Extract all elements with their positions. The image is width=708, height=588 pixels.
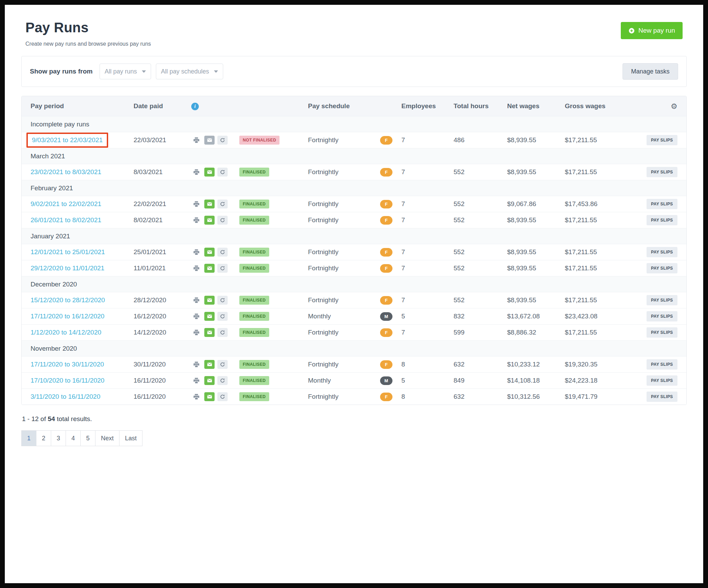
email-icon[interactable]	[204, 360, 215, 369]
pay-period-link[interactable]: 17/11/2020 to 16/12/2020	[31, 313, 104, 320]
col-notifications: i	[191, 102, 239, 110]
pay-slips-button[interactable]: PAY SLIPS	[647, 375, 677, 386]
pay-slips-button[interactable]: PAY SLIPS	[647, 167, 677, 177]
pagination-page-2[interactable]: 2	[36, 430, 51, 446]
info-icon[interactable]: i	[191, 103, 199, 110]
email-icon[interactable]	[204, 216, 215, 225]
pagination-last[interactable]: Last	[119, 430, 142, 446]
pagination-page-3[interactable]: 3	[51, 430, 66, 446]
pay-slips-button[interactable]: PAY SLIPS	[647, 359, 677, 370]
email-icon[interactable]	[204, 392, 215, 401]
schedule-badge-cell: F	[380, 264, 401, 273]
date-paid-cell: 16/11/2020	[134, 393, 191, 400]
printer-icon[interactable]	[191, 200, 202, 208]
pagination-next[interactable]: Next	[95, 430, 119, 446]
printer-icon[interactable]	[191, 312, 202, 321]
refresh-icon[interactable]	[217, 296, 228, 305]
pay-slips-button[interactable]: PAY SLIPS	[647, 263, 677, 273]
email-icon[interactable]	[204, 296, 215, 305]
pay-period-link[interactable]: 9/02/2021 to 22/02/2021	[31, 200, 101, 207]
section-label: Incomplete pay runs	[31, 121, 89, 128]
date-paid-cell: 11/01/2021	[134, 264, 191, 272]
email-icon[interactable]	[204, 168, 215, 177]
refresh-icon[interactable]	[217, 392, 228, 401]
pay-period-link[interactable]: 1/12/2020 to 14/12/2020	[31, 329, 101, 336]
pay-slips-button[interactable]: PAY SLIPS	[647, 247, 677, 257]
row-icons	[191, 248, 239, 257]
printer-icon[interactable]	[191, 328, 202, 337]
pay-schedules-filter-dropdown[interactable]: All pay schedules	[156, 64, 223, 79]
printer-icon[interactable]	[191, 376, 202, 385]
refresh-icon[interactable]	[217, 376, 228, 385]
refresh-icon[interactable]	[217, 248, 228, 257]
pay-slips-button[interactable]: PAY SLIPS	[647, 135, 677, 145]
refresh-icon[interactable]	[217, 328, 228, 337]
row-icons	[191, 296, 239, 305]
printer-icon[interactable]	[191, 360, 202, 369]
row-icons	[191, 312, 239, 321]
printer-icon[interactable]	[191, 296, 202, 305]
pay-runs-filter-dropdown[interactable]: All pay runs	[100, 64, 151, 79]
pay-schedule-cell: Fortnightly	[308, 136, 380, 144]
pay-period-link[interactable]: 23/02/2021 to 8/03/2021	[31, 168, 101, 176]
results-summary: 1 - 12 of 54 total results.	[21, 415, 687, 423]
net-wages-cell: $8,939.55	[507, 296, 565, 304]
refresh-icon[interactable]	[217, 200, 228, 208]
gross-wages-cell: $17,211.55	[565, 168, 630, 176]
pagination-page-4[interactable]: 4	[66, 430, 81, 446]
printer-icon[interactable]	[191, 136, 202, 145]
pay-slips-button[interactable]: PAY SLIPS	[647, 392, 677, 402]
email-icon[interactable]	[204, 376, 215, 385]
pay-period-cell: 23/02/2021 to 8/03/2021	[31, 168, 134, 176]
pay-period-link[interactable]: 17/11/2020 to 30/11/2020	[31, 361, 104, 368]
email-icon[interactable]	[204, 200, 215, 208]
pay-period-link[interactable]: 15/12/2020 to 28/12/2020	[31, 296, 105, 304]
pay-slips-button[interactable]: PAY SLIPS	[647, 295, 677, 305]
new-pay-run-label: New pay run	[638, 27, 675, 34]
refresh-icon[interactable]	[217, 136, 228, 145]
results-summary-suffix: total results.	[57, 415, 92, 422]
actions-cell: PAY SLIPS	[630, 135, 677, 145]
schedule-code-badge: F	[380, 360, 392, 369]
new-pay-run-button[interactable]: New pay run	[621, 22, 683, 39]
gear-icon[interactable]: ⚙	[671, 102, 677, 111]
pay-slips-button[interactable]: PAY SLIPS	[647, 327, 677, 338]
status-badge: FINALISED	[239, 264, 269, 273]
row-icons	[191, 136, 239, 145]
pay-period-link[interactable]: 9/03/2021 to 22/03/2021	[32, 136, 103, 144]
pagination-page-5[interactable]: 5	[80, 430, 95, 446]
email-icon[interactable]	[204, 136, 215, 145]
refresh-icon[interactable]	[217, 360, 228, 369]
section-label: November 2020	[31, 345, 77, 352]
status-cell: NOT FINALISED	[239, 136, 308, 145]
date-paid-cell: 28/12/2020	[134, 296, 191, 304]
printer-icon[interactable]	[191, 248, 202, 257]
email-icon[interactable]	[204, 312, 215, 321]
printer-icon[interactable]	[191, 264, 202, 273]
pay-schedule-cell: Monthly	[308, 313, 380, 320]
printer-icon[interactable]	[191, 168, 202, 177]
email-icon[interactable]	[204, 328, 215, 337]
refresh-icon[interactable]	[217, 216, 228, 225]
manage-tasks-button[interactable]: Manage tasks	[623, 63, 678, 80]
pay-slips-button[interactable]: PAY SLIPS	[647, 311, 677, 321]
email-icon[interactable]	[204, 264, 215, 273]
pay-period-link[interactable]: 29/12/2020 to 11/01/2021	[31, 264, 104, 272]
schedule-code-badge: F	[380, 328, 392, 337]
pagination-page-1[interactable]: 1	[21, 430, 36, 446]
refresh-icon[interactable]	[217, 264, 228, 273]
printer-icon[interactable]	[191, 216, 202, 225]
refresh-icon[interactable]	[217, 168, 228, 177]
printer-icon[interactable]	[191, 392, 202, 401]
pay-period-link[interactable]: 12/01/2021 to 25/01/2021	[31, 248, 105, 256]
pay-schedule-cell: Fortnightly	[308, 361, 380, 368]
refresh-icon[interactable]	[217, 312, 228, 321]
pagination: 12345NextLast	[21, 430, 687, 446]
pay-period-link[interactable]: 17/10/2020 to 16/11/2020	[31, 377, 104, 384]
email-icon[interactable]	[204, 248, 215, 257]
annotation-box: 1/12/2020 to 14/12/2020	[31, 329, 101, 336]
pay-period-link[interactable]: 26/01/2021 to 8/02/2021	[31, 216, 101, 224]
pay-period-link[interactable]: 3/11/2020 to 16/11/2020	[31, 393, 100, 400]
pay-slips-button[interactable]: PAY SLIPS	[647, 199, 677, 209]
pay-slips-button[interactable]: PAY SLIPS	[647, 215, 677, 225]
